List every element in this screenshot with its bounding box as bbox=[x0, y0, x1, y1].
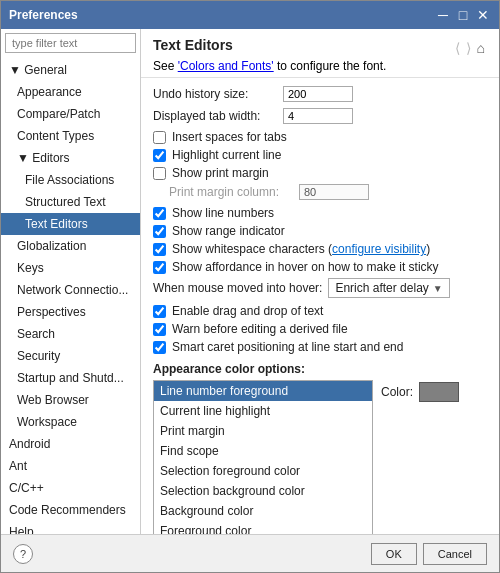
panel-subtitle: See 'Colors and Fonts' to configure the … bbox=[153, 59, 487, 73]
print-margin-label: Show print margin bbox=[172, 166, 269, 180]
tree-item-structured-text[interactable]: Structured Text bbox=[1, 191, 140, 213]
insert-spaces-row: Insert spaces for tabs bbox=[153, 130, 487, 144]
tree-item-general[interactable]: ▼ General bbox=[1, 59, 140, 81]
hover-row: When mouse moved into hover: Enrich afte… bbox=[153, 278, 487, 298]
subtitle-text: See bbox=[153, 59, 174, 73]
help-button[interactable]: ? bbox=[13, 544, 33, 564]
close-button[interactable]: ✕ bbox=[475, 7, 491, 23]
bottom-bar: ? OK Cancel bbox=[1, 534, 499, 572]
tree: ▼ GeneralAppearanceCompare/PatchContent … bbox=[1, 57, 140, 534]
range-indicator-checkbox[interactable] bbox=[153, 225, 166, 238]
undo-history-row: Undo history size: bbox=[153, 86, 487, 102]
hover-label: When mouse moved into hover: bbox=[153, 281, 322, 295]
appearance-label: Appearance color options: bbox=[153, 362, 487, 376]
tree-item-workspace[interactable]: Workspace bbox=[1, 411, 140, 433]
tree-item-cpp[interactable]: C/C++ bbox=[1, 477, 140, 499]
ok-button[interactable]: OK bbox=[371, 543, 417, 565]
title-bar: Preferences ─ □ ✕ bbox=[1, 1, 499, 29]
warn-editing-label: Warn before editing a derived file bbox=[172, 322, 348, 336]
tree-item-globalization[interactable]: Globalization bbox=[1, 235, 140, 257]
print-margin-col-label: Print margin column: bbox=[169, 185, 299, 199]
tree-item-content-types[interactable]: Content Types bbox=[1, 125, 140, 147]
undo-history-label: Undo history size: bbox=[153, 87, 283, 101]
affordance-label: Show affordance in hover on how to make … bbox=[172, 260, 439, 274]
color-picker-area: Color: bbox=[381, 382, 459, 402]
tree-item-editors[interactable]: ▼ Editors bbox=[1, 147, 140, 169]
affordance-checkbox[interactable] bbox=[153, 261, 166, 274]
hover-select[interactable]: Enrich after delay ▼ bbox=[328, 278, 449, 298]
colors-fonts-link[interactable]: 'Colors and Fonts' bbox=[178, 59, 274, 73]
whitespace-label-text: Show whitespace characters bbox=[172, 242, 325, 256]
warn-editing-checkbox[interactable] bbox=[153, 323, 166, 336]
color-option-line-number-fg[interactable]: Line number foreground bbox=[154, 381, 372, 401]
tree-item-code-recommenders[interactable]: Code Recommenders bbox=[1, 499, 140, 521]
configure-visibility-link[interactable]: configure visibility bbox=[332, 242, 426, 256]
tree-item-android[interactable]: Android bbox=[1, 433, 140, 455]
undo-history-input[interactable] bbox=[283, 86, 353, 102]
minimize-button[interactable]: ─ bbox=[435, 7, 451, 23]
insert-spaces-checkbox[interactable] bbox=[153, 131, 166, 144]
whitespace-label: Show whitespace characters (configure vi… bbox=[172, 242, 430, 256]
warn-editing-row: Warn before editing a derived file bbox=[153, 322, 487, 336]
line-numbers-checkbox[interactable] bbox=[153, 207, 166, 220]
line-numbers-label: Show line numbers bbox=[172, 206, 274, 220]
hover-value: Enrich after delay bbox=[335, 281, 428, 295]
whitespace-row: Show whitespace characters (configure vi… bbox=[153, 242, 487, 256]
color-option-foreground[interactable]: Foreground color bbox=[154, 521, 372, 534]
print-margin-col-input[interactable] bbox=[299, 184, 369, 200]
settings-scroll: Undo history size: Displayed tab width: … bbox=[141, 78, 499, 534]
smart-caret-row: Smart caret positioning at line start an… bbox=[153, 340, 487, 354]
highlight-line-row: Highlight current line bbox=[153, 148, 487, 162]
drag-drop-row: Enable drag and drop of text bbox=[153, 304, 487, 318]
tab-width-row: Displayed tab width: bbox=[153, 108, 487, 124]
whitespace-checkbox[interactable] bbox=[153, 243, 166, 256]
window-title: Preferences bbox=[9, 8, 78, 22]
maximize-button[interactable]: □ bbox=[455, 7, 471, 23]
panel-header: Text Editors ⟨ ⟩ ⌂ See 'Colors and Fonts… bbox=[141, 29, 499, 78]
color-picker-label: Color: bbox=[381, 385, 413, 399]
color-option-selection-fg[interactable]: Selection foreground color bbox=[154, 461, 372, 481]
nav-forward-icon[interactable]: ⟩ bbox=[464, 40, 473, 56]
print-margin-col-row: Print margin column: bbox=[153, 184, 487, 200]
drag-drop-label: Enable drag and drop of text bbox=[172, 304, 323, 318]
tab-width-input[interactable] bbox=[283, 108, 353, 124]
filter-input[interactable] bbox=[5, 33, 136, 53]
color-option-selection-bg[interactable]: Selection background color bbox=[154, 481, 372, 501]
tree-item-compare[interactable]: Compare/Patch bbox=[1, 103, 140, 125]
color-swatch[interactable] bbox=[419, 382, 459, 402]
print-margin-checkbox[interactable] bbox=[153, 167, 166, 180]
left-panel: ▼ GeneralAppearanceCompare/PatchContent … bbox=[1, 29, 141, 534]
tree-item-network[interactable]: Network Connectio... bbox=[1, 279, 140, 301]
color-option-print-margin[interactable]: Print margin bbox=[154, 421, 372, 441]
tree-item-help[interactable]: Help bbox=[1, 521, 140, 534]
cancel-button[interactable]: Cancel bbox=[423, 543, 487, 565]
tree-item-text-editors[interactable]: Text Editors bbox=[1, 213, 140, 235]
color-option-current-line[interactable]: Current line highlight bbox=[154, 401, 372, 421]
line-numbers-row: Show line numbers bbox=[153, 206, 487, 220]
tree-item-security[interactable]: Security bbox=[1, 345, 140, 367]
range-indicator-row: Show range indicator bbox=[153, 224, 487, 238]
tree-item-ant[interactable]: Ant bbox=[1, 455, 140, 477]
nav-back-icon[interactable]: ⟨ bbox=[453, 40, 462, 56]
main-content: ▼ GeneralAppearanceCompare/PatchContent … bbox=[1, 29, 499, 534]
tree-item-appearance[interactable]: Appearance bbox=[1, 81, 140, 103]
range-indicator-label: Show range indicator bbox=[172, 224, 285, 238]
tree-item-search[interactable]: Search bbox=[1, 323, 140, 345]
nav-arrows: ⟨ ⟩ ⌂ bbox=[453, 40, 487, 56]
smart-caret-label: Smart caret positioning at line start an… bbox=[172, 340, 403, 354]
hover-dropdown-icon: ▼ bbox=[433, 283, 443, 294]
tree-item-startup[interactable]: Startup and Shutd... bbox=[1, 367, 140, 389]
drag-drop-checkbox[interactable] bbox=[153, 305, 166, 318]
tree-item-web-browser[interactable]: Web Browser bbox=[1, 389, 140, 411]
highlight-line-checkbox[interactable] bbox=[153, 149, 166, 162]
panel-title: Text Editors bbox=[153, 37, 233, 53]
tree-item-perspectives[interactable]: Perspectives bbox=[1, 301, 140, 323]
nav-home-icon[interactable]: ⌂ bbox=[475, 40, 487, 56]
smart-caret-checkbox[interactable] bbox=[153, 341, 166, 354]
tree-item-keys[interactable]: Keys bbox=[1, 257, 140, 279]
color-option-find-scope[interactable]: Find scope bbox=[154, 441, 372, 461]
subtitle-suffix: to configure the font. bbox=[277, 59, 386, 73]
tree-item-file-assoc[interactable]: File Associations bbox=[1, 169, 140, 191]
preferences-window: Preferences ─ □ ✕ ▼ GeneralAppearanceCom… bbox=[0, 0, 500, 573]
color-option-background[interactable]: Background color bbox=[154, 501, 372, 521]
